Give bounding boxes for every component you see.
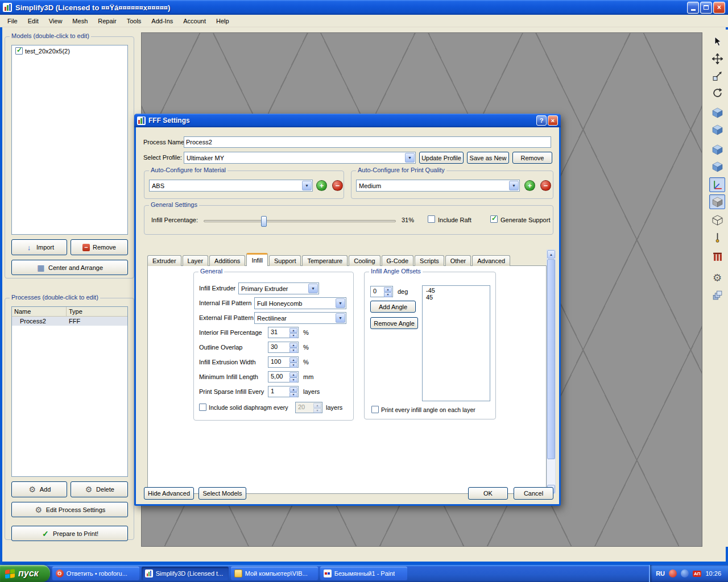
generate-support-checkbox[interactable]: [490, 215, 498, 223]
remove-material-button[interactable]: −: [332, 180, 343, 191]
spin-up-icon[interactable]: ▲: [384, 287, 392, 292]
spin-up-icon[interactable]: ▲: [289, 387, 297, 392]
menu-edit[interactable]: Edit: [23, 16, 44, 26]
chevron-down-icon[interactable]: ▼: [336, 313, 345, 323]
tab-cooling[interactable]: Cooling: [349, 255, 380, 266]
close-button[interactable]: ×: [713, 2, 725, 14]
minimize-button[interactable]: [687, 2, 699, 14]
dialog-close-button[interactable]: ×: [548, 115, 558, 126]
dialog-help-button[interactable]: ?: [536, 115, 547, 126]
model-checkbox[interactable]: [15, 47, 23, 55]
spin-down-icon[interactable]: ▼: [289, 363, 297, 368]
tab-gcode[interactable]: G-Code: [382, 255, 414, 266]
remove-profile-button[interactable]: Remove: [512, 152, 552, 164]
spin-down-icon[interactable]: ▼: [289, 333, 297, 338]
angle-list-item[interactable]: -45: [425, 287, 487, 294]
ok-button[interactable]: OK: [468, 487, 508, 500]
scrollbar-thumb[interactable]: [547, 259, 555, 459]
coordinate-axes-icon[interactable]: [709, 177, 725, 192]
delete-process-button[interactable]: ⚙ Delete: [71, 481, 128, 497]
angle-list[interactable]: -45 45: [422, 285, 490, 401]
support-structures-icon[interactable]: [709, 249, 725, 264]
center-arrange-button[interactable]: ▦ Center and Arrange: [11, 260, 128, 275]
infill-extruder-select[interactable]: Primary Extruder ▼: [238, 282, 319, 294]
tab-layer[interactable]: Layer: [183, 255, 209, 266]
processes-table[interactable]: Name Type Process2 FFF: [11, 306, 128, 477]
model-list-item[interactable]: test_20x20x5(2): [12, 45, 127, 55]
minimum-infill-length-spinner[interactable]: 5,00 ▲▼: [268, 371, 299, 383]
remove-quality-button[interactable]: −: [540, 180, 551, 191]
taskbar-item-browser[interactable]: O Ответить • roboforu...: [52, 567, 139, 580]
infill-percentage-slider[interactable]: [204, 220, 396, 222]
tab-support[interactable]: Support: [269, 255, 301, 266]
scroll-up-icon[interactable]: ▲: [547, 250, 555, 259]
menu-file[interactable]: File: [2, 16, 23, 26]
punto-indicator[interactable]: АП: [693, 571, 701, 577]
menu-tools[interactable]: Tools: [122, 16, 147, 26]
chevron-down-icon[interactable]: ▼: [308, 284, 318, 293]
select-cursor-icon[interactable]: [709, 34, 725, 49]
taskbar-item-paint[interactable]: Безымянный1 - Paint: [320, 567, 407, 580]
external-fill-pattern-select[interactable]: Rectilinear ▼: [254, 312, 346, 324]
col-header-type[interactable]: Type: [67, 307, 127, 316]
update-profile-button[interactable]: Update Profile: [419, 152, 464, 164]
rotate-icon[interactable]: [709, 85, 725, 100]
col-header-name[interactable]: Name: [12, 307, 67, 316]
tab-infill[interactable]: Infill: [246, 253, 268, 266]
spin-up-icon[interactable]: ▲: [289, 343, 297, 348]
spin-down-icon[interactable]: ▼: [289, 377, 297, 383]
include-raft-checkbox[interactable]: [428, 215, 435, 223]
tray-icon-red[interactable]: [669, 569, 677, 577]
tab-scripts[interactable]: Scripts: [415, 255, 444, 266]
quality-select[interactable]: Medium ▼: [356, 180, 520, 192]
settings-scrollbar[interactable]: ▲ ▼: [547, 250, 556, 494]
internal-fill-pattern-select[interactable]: Full Honeycomb ▼: [254, 297, 346, 309]
spin-down-icon[interactable]: ▼: [384, 292, 392, 297]
prepare-to-print-button[interactable]: ✓ Prepare to Print!: [11, 526, 128, 541]
clock[interactable]: 10:26: [705, 570, 721, 577]
interior-fill-percentage-spinner[interactable]: 31 ▲▼: [268, 327, 299, 338]
cancel-button[interactable]: Cancel: [514, 487, 553, 500]
remove-model-button[interactable]: − Remove: [71, 239, 128, 255]
spin-down-icon[interactable]: ▼: [289, 348, 297, 353]
save-as-new-button[interactable]: Save as New: [467, 152, 509, 164]
maximize-button[interactable]: [700, 2, 712, 14]
add-material-button[interactable]: +: [316, 180, 327, 191]
scale-icon[interactable]: [709, 68, 725, 83]
material-select[interactable]: ABS ▼: [149, 180, 313, 192]
menu-view[interactable]: View: [44, 16, 68, 26]
chevron-down-icon[interactable]: ▼: [405, 153, 415, 163]
chevron-down-icon[interactable]: ▼: [509, 181, 519, 190]
profile-select[interactable]: Ultimaker MY ▼: [184, 152, 416, 164]
app-titlebar[interactable]: Simplify3D (Licensed to ¤¤Ÿá¤¤¤¤¤¤x¤¤¤¤¤…: [0, 0, 728, 15]
angle-spinner[interactable]: 0 ▲▼: [370, 286, 393, 297]
translate-icon[interactable]: [709, 51, 725, 66]
outline-overlap-spinner[interactable]: 30 ▲▼: [268, 342, 299, 353]
spin-up-icon[interactable]: ▲: [289, 357, 297, 363]
cross-section-icon[interactable]: [709, 230, 725, 244]
menu-mesh[interactable]: Mesh: [67, 16, 93, 26]
models-list[interactable]: test_20x20x5(2): [11, 45, 128, 235]
tab-temperature[interactable]: Temperature: [302, 255, 348, 266]
menu-account[interactable]: Account: [178, 16, 211, 26]
select-models-button[interactable]: Select Models: [198, 487, 246, 500]
menu-help[interactable]: Help: [211, 16, 234, 26]
print-sparse-infill-spinner[interactable]: 1 ▲▼: [268, 386, 299, 397]
process-name-input[interactable]: [184, 136, 551, 148]
view-top-cube-icon[interactable]: [709, 122, 725, 137]
taskbar-item-explorer[interactable]: Мой компьютер\VIB...: [231, 567, 318, 580]
add-angle-button[interactable]: Add Angle: [370, 301, 416, 313]
tab-other[interactable]: Other: [445, 255, 471, 266]
spin-down-icon[interactable]: ▼: [289, 392, 297, 397]
add-process-button[interactable]: ⚙ Add: [11, 481, 67, 497]
import-button[interactable]: ↓ Import: [11, 239, 67, 255]
chevron-down-icon[interactable]: ▼: [302, 181, 312, 190]
infill-extrusion-width-spinner[interactable]: 100 ▲▼: [268, 356, 299, 368]
layer-preview-icon[interactable]: [709, 288, 725, 302]
view-front-cube-icon[interactable]: [709, 142, 725, 157]
hide-advanced-button[interactable]: Hide Advanced: [144, 487, 194, 500]
spin-up-icon[interactable]: ▲: [289, 372, 297, 377]
remove-angle-button[interactable]: Remove Angle: [370, 317, 418, 329]
diaphragm-checkbox[interactable]: [199, 404, 206, 411]
wireframe-view-icon[interactable]: [709, 213, 725, 227]
